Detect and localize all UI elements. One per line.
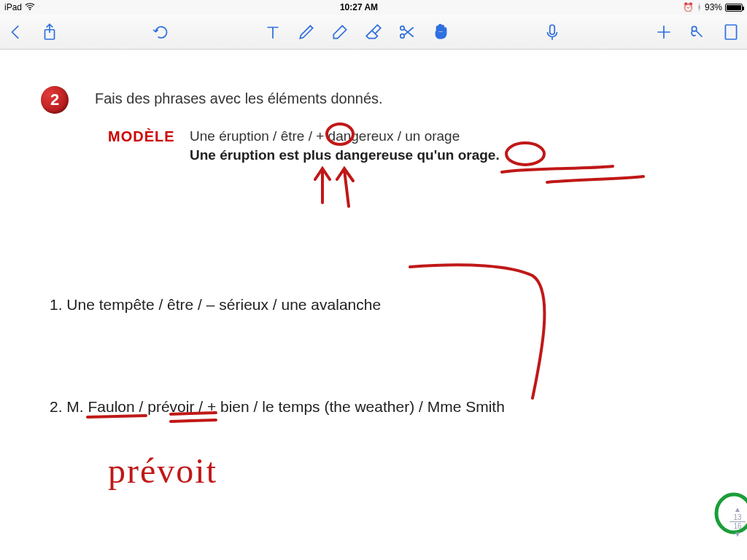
pen-tool-button[interactable] [296, 22, 317, 42]
highlighter-tool-button[interactable] [330, 22, 350, 42]
modele-label: MODÈLE [108, 128, 175, 145]
share-button[interactable] [39, 22, 60, 42]
bluetooth-icon: ᚼ [697, 2, 702, 12]
modele-answer: Une éruption est plus dangereuse qu'un o… [190, 147, 500, 163]
scissors-tool-button[interactable] [397, 22, 417, 42]
wifi-icon [25, 2, 35, 12]
device-label: iPad [4, 2, 22, 12]
clock: 10:27 AM [35, 2, 683, 12]
svg-rect-6 [725, 25, 736, 39]
hand-tool-button[interactable] [430, 22, 451, 42]
text-tool-button[interactable] [263, 22, 283, 42]
back-button[interactable] [6, 22, 26, 42]
question-1: 1. Une tempête / être / – sérieux / une … [50, 296, 381, 314]
toolbar [0, 15, 747, 50]
svg-rect-4 [550, 25, 555, 34]
alarm-icon: ⏰ [683, 2, 694, 12]
page-up-icon[interactable]: ▲ [729, 505, 746, 513]
page-down-icon[interactable]: ▼ [729, 530, 746, 538]
page-current: 13 [729, 513, 746, 522]
exercise-instruction: Fais des phrases avec les éléments donné… [95, 90, 383, 107]
status-bar: iPad 10:27 AM ⏰ ᚼ 93% [0, 0, 747, 15]
battery-percent: 93% [705, 2, 722, 12]
page-navigator[interactable]: ▲ 13 16 ▼ [729, 505, 746, 538]
add-button[interactable] [654, 22, 674, 42]
svg-point-0 [29, 9, 31, 10]
mic-button[interactable] [542, 22, 562, 42]
settings-button[interactable] [687, 22, 708, 42]
exercise-number-badge: 2 [41, 86, 69, 114]
modele-prompt: Une éruption / être / + dangereux / un o… [190, 128, 460, 144]
undo-button[interactable] [151, 22, 171, 42]
svg-point-8 [506, 143, 544, 165]
note-canvas[interactable]: 2 Fais des phrases avec les éléments don… [0, 50, 747, 560]
page-total: 16 [729, 522, 746, 530]
pages-button[interactable] [721, 22, 741, 42]
eraser-tool-button[interactable] [363, 22, 384, 42]
handwritten-word: prévoit [108, 451, 217, 491]
battery-icon [725, 4, 743, 12]
question-2: 2. M. Faulon / prévoir / + bien / le tem… [50, 398, 505, 416]
